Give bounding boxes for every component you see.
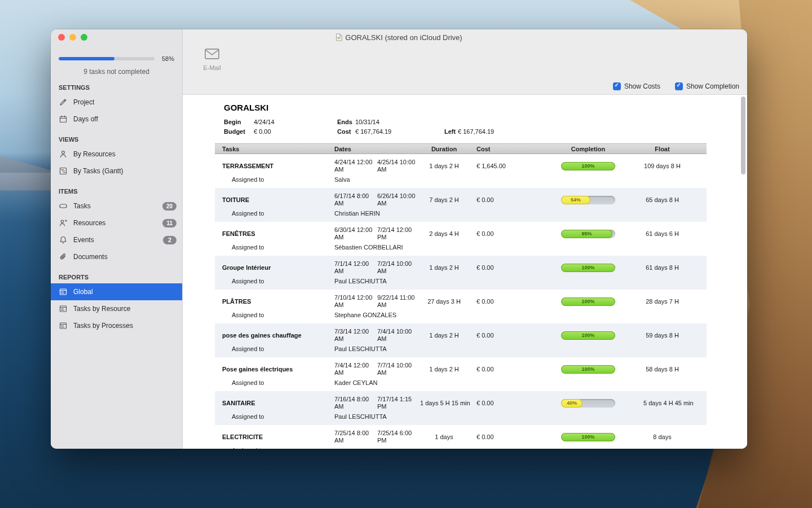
show-completion-label: Show Completion xyxy=(686,82,739,90)
sidebar-item-global[interactable]: Global xyxy=(51,283,182,300)
task-assignee: Salva xyxy=(334,176,707,183)
task-name: SANITAIRE xyxy=(222,400,255,406)
task-dates: 7/10/14 12:00AM 9/22/14 11:00AM xyxy=(334,294,420,309)
task-cost: € 0.00 xyxy=(468,332,533,339)
task-float: 59 days 8 H xyxy=(643,332,707,339)
show-completion-checkbox[interactable]: Show Completion xyxy=(675,82,739,90)
task-float: 5 days 4 H 45 min xyxy=(643,400,707,406)
task-assignee: Stephane GONZALES xyxy=(334,312,707,318)
report-summary: Begin4/24/14Ends10/31/14Budget€ 0.00Cost… xyxy=(224,117,747,137)
email-button[interactable]: E-Mail xyxy=(198,49,226,71)
sidebar-item-label: Resources xyxy=(73,219,105,227)
task-start-date: 7/1/14 12:00AM xyxy=(334,260,375,275)
table-row[interactable]: pose des gaines chauffage 7/3/14 12:00AM… xyxy=(215,323,707,357)
assigned-to-label: Assigned to xyxy=(215,244,334,251)
sidebar-section-title: VIEWS xyxy=(59,136,174,143)
summary-label: Ends xyxy=(337,117,355,127)
task-name: TERRASSEMENT xyxy=(222,163,273,169)
sidebar-item-tasks-by-resource[interactable]: Tasks by Resource xyxy=(51,300,182,317)
column-header-dates: Dates xyxy=(334,146,420,152)
main-area: E-Mail Show Costs Show Completion GORALS… xyxy=(183,29,747,449)
sidebar-item-tasks[interactable]: Tasks 20 xyxy=(51,198,182,214)
summary-value: 4/24/14 xyxy=(254,117,337,127)
scrollbar-thumb[interactable] xyxy=(741,97,745,174)
task-assignee: Kader CEYLAN xyxy=(334,379,707,386)
task-cost: € 0.00 xyxy=(468,298,533,305)
table-row[interactable]: TERRASSEMENT 4/24/14 12:00AM 4/25/14 10:… xyxy=(215,154,707,188)
count-badge: 2 xyxy=(163,236,176,244)
sidebar-sections: SETTINGS Project Days off VIEWS By Resou… xyxy=(51,84,182,334)
completion-bar: 40% xyxy=(561,399,615,408)
task-float: 8 days xyxy=(643,433,707,440)
sidebar-item-label: Events xyxy=(73,236,94,244)
task-name: ELECTRICITE xyxy=(222,433,263,440)
task-dates: 7/3/14 12:00AM 7/4/14 10:00AM xyxy=(334,328,420,343)
task-assignee: Paul LESCHIUTTA xyxy=(334,413,707,420)
task-completion-cell: 100% xyxy=(533,433,643,441)
task-start-date: 7/4/14 12:00AM xyxy=(334,362,375,376)
task-duration: 2 days 4 H xyxy=(420,230,468,237)
sidebar-item-label: Tasks by Processes xyxy=(73,322,133,330)
task-start-date: 7/10/14 12:00AM xyxy=(334,294,375,309)
completion-percent: 100% xyxy=(581,434,594,440)
task-dates: 4/24/14 12:00AM 4/25/14 10:00AM xyxy=(334,159,420,173)
sidebar: 58% 9 tasks not completed SETTINGS Proje… xyxy=(51,29,183,449)
completion-percent: 100% xyxy=(581,299,594,304)
completion-bar: 100% xyxy=(561,264,615,272)
table-row[interactable]: ELECTRICITE 7/25/14 8:00AM 7/25/14 6:00P… xyxy=(215,425,707,449)
count-badge: 20 xyxy=(162,202,176,211)
task-completion-cell: 40% xyxy=(533,399,643,408)
summary-label: Left xyxy=(444,127,458,137)
task-name: Groupe Intérieur xyxy=(222,264,271,271)
assigned-to-label: Assigned to xyxy=(215,176,334,183)
task-name: FENÊTRES xyxy=(222,230,255,237)
assigned-to-label: Assigned to xyxy=(215,379,334,386)
sidebar-item-by-resources[interactable]: By Resources xyxy=(51,146,182,163)
task-end-date: 4/25/14 10:00AM xyxy=(377,159,418,173)
summary-value: 10/31/14 xyxy=(355,117,444,127)
sidebar-item-project[interactable]: Project xyxy=(51,94,182,111)
task-duration: 27 days 3 H xyxy=(420,298,468,305)
column-header-cost: Cost xyxy=(468,146,533,152)
table-row[interactable]: TOITURE 6/17/14 8:00AM 6/26/14 10:00AM 7… xyxy=(215,188,707,222)
task-name: TOITURE xyxy=(222,196,249,203)
sidebar-item-days-off[interactable]: Days off xyxy=(51,111,182,128)
task-end-date: 7/17/14 1:15PM xyxy=(377,396,418,410)
task-cost: € 0.00 xyxy=(468,196,533,203)
close-button[interactable] xyxy=(58,34,65,41)
show-costs-checkbox[interactable]: Show Costs xyxy=(613,82,660,90)
task-float: 28 days 7 H xyxy=(643,298,707,305)
task-end-date: 7/2/14 10:00AM xyxy=(377,260,418,275)
task-cost: € 0.00 xyxy=(468,366,533,373)
sidebar-item-tasks-by-processes[interactable]: Tasks by Processes xyxy=(51,317,182,334)
table-row[interactable]: Groupe Intérieur 7/1/14 12:00AM 7/2/14 1… xyxy=(215,256,707,290)
task-name: Pose gaines électriques xyxy=(222,366,293,373)
report-icon xyxy=(59,304,69,313)
task-float: 61 days 6 H xyxy=(643,230,707,237)
sidebar-item-events[interactable]: Events 2 xyxy=(51,231,182,248)
project-progress: 58% xyxy=(59,55,174,62)
show-costs-label: Show Costs xyxy=(624,82,660,90)
zoom-button[interactable] xyxy=(81,34,87,41)
completion-percent: 100% xyxy=(581,366,594,372)
task-start-date: 7/25/14 8:00AM xyxy=(334,430,375,444)
table-row[interactable]: FENÊTRES 6/30/14 12:00AM 7/2/14 12:00PM … xyxy=(215,222,707,256)
completion-bar: 100% xyxy=(561,331,615,340)
table-row[interactable]: SANITAIRE 7/16/14 8:00AM 7/17/14 1:15PM … xyxy=(215,391,707,425)
task-start-date: 6/17/14 8:00AM xyxy=(334,192,375,207)
table-row[interactable]: PLÂTRES 7/10/14 12:00AM 9/22/14 11:00AM … xyxy=(215,290,707,323)
vertical-scrollbar[interactable] xyxy=(741,97,746,447)
completion-bar: 54% xyxy=(561,196,615,204)
task-end-date: 7/7/14 10:00AM xyxy=(377,362,418,376)
minimize-button[interactable] xyxy=(69,34,76,41)
sidebar-item-documents[interactable]: Documents xyxy=(51,248,182,265)
progress-percent-label: 58% xyxy=(162,55,174,62)
task-start-date: 7/16/14 8:00AM xyxy=(334,396,375,410)
task-completion-cell: 100% xyxy=(533,162,643,170)
checkbox-checked-icon xyxy=(675,82,683,90)
sidebar-item-by-tasks-gantt[interactable]: By Tasks (Gantt) xyxy=(51,163,182,179)
table-row[interactable]: Pose gaines électriques 7/4/14 12:00AM 7… xyxy=(215,357,707,391)
completion-percent: 54% xyxy=(571,197,581,203)
completion-percent: 40% xyxy=(567,400,577,406)
sidebar-item-resources[interactable]: Resources 11 xyxy=(51,214,182,231)
